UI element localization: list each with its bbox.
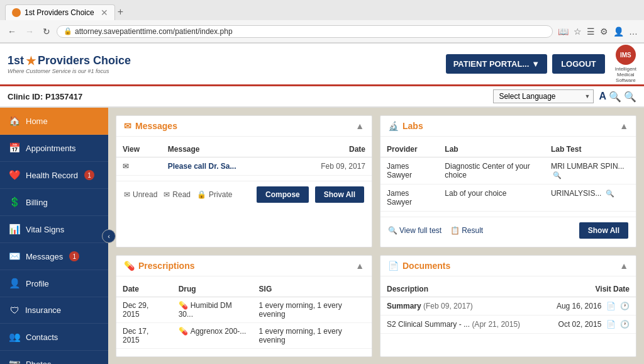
sidebar-item-health-record[interactable]: ❤️ Health Record 1 [0, 162, 108, 189]
lab-name-2: Lab of your choice [438, 185, 545, 212]
sidebar-item-home[interactable]: 🏠 Home [0, 108, 108, 135]
refresh-btn[interactable]: ↻ [40, 25, 53, 38]
new-tab-btn[interactable]: + [118, 6, 123, 18]
read-icon: ✉ [164, 190, 170, 199]
clinic-bar: Clinic ID: P1357417 Select Language Engl… [0, 86, 644, 108]
result-icon: 📋 [450, 226, 460, 235]
tab-favicon [12, 8, 21, 17]
logout-button[interactable]: LOGOUT [552, 54, 605, 74]
docs-col-visit-date: Visit Date [541, 282, 636, 297]
browser-address-bar: ← → ↻ 🔒 attorney.savepatienttime.com/pat… [0, 20, 644, 43]
profile-icon[interactable]: 👤 [612, 25, 625, 38]
labs-title-text: Labs [402, 121, 423, 131]
rx-table-header-row: Date Drug SIG [116, 282, 372, 297]
rx-col-date: Date [116, 282, 172, 297]
documents-card-collapse-btn[interactable]: ▲ [619, 261, 628, 271]
result-link[interactable]: 📋 Result [450, 226, 483, 235]
extensions-icon[interactable]: ⚙ [599, 25, 609, 38]
rx-col-sig: SIG [253, 282, 372, 297]
zoom-icon-btn[interactable]: 🔍 [624, 91, 636, 103]
clinic-id-label: Clinic ID: [8, 92, 43, 101]
patient-portal-label: PATIENT PORTAL... [453, 59, 530, 69]
more-icon[interactable]: … [628, 25, 639, 38]
doc-file-icon-2[interactable]: 📄 [606, 320, 616, 329]
rx-drug-1[interactable]: 💊Humibid DM 30... [172, 297, 253, 322]
messages-col-date: Date [285, 142, 372, 157]
messages-table-header-row: View Message Date [116, 142, 372, 157]
vital-signs-icon: 📊 [9, 224, 21, 235]
sidebar-item-vital-signs[interactable]: 📊 Vital Signs [0, 216, 108, 243]
profile-nav-icon: 👤 [9, 278, 21, 289]
prescriptions-title-text: Prescriptions [138, 261, 194, 271]
labs-card-collapse-btn[interactable]: ▲ [619, 121, 628, 131]
doc-description-2[interactable]: S2 Clinical Summary - ... (Apr 21, 2015) [380, 315, 541, 333]
compose-button[interactable]: Compose [257, 186, 309, 203]
lab-search-icon-1[interactable]: 🔍 [553, 171, 562, 179]
sidebar-item-contacts[interactable]: 👥 Contacts [0, 324, 108, 351]
sidebar: 🏠 Home 📅 Appointments ❤️ Health Record 1… [0, 108, 108, 364]
patient-portal-button[interactable]: PATIENT PORTAL... ▼ [446, 54, 547, 74]
message-text[interactable]: Please call Dr. Sa... [162, 157, 285, 176]
labs-card-header: 🔬 Labs ▲ [380, 116, 636, 137]
messages-show-all-label: Show All [324, 190, 355, 199]
doc-description-1[interactable]: Summary (Feb 09, 2017) [380, 297, 541, 315]
messages-show-all-button[interactable]: Show All [315, 186, 364, 203]
accessibility-icon-btn[interactable]: A [599, 91, 606, 102]
lab-provider-2: James Sawyer [380, 185, 438, 212]
clinic-id-value: P1357417 [45, 92, 82, 101]
insurance-icon: 🛡 [9, 305, 20, 316]
address-box[interactable]: 🔒 attorney.savepatienttime.com/patient/i… [57, 25, 553, 38]
doc-clock-icon-1[interactable]: 🕐 [620, 302, 630, 310]
labs-card-icon: 🔬 [388, 121, 399, 131]
contacts-icon: 👥 [9, 331, 21, 343]
bookmark-icon[interactable]: ☆ [572, 25, 583, 38]
rx-drug-2[interactable]: 💊Aggrenox 200-... [172, 322, 253, 348]
sidebar-item-insurance[interactable]: 🛡 Insurance [0, 297, 108, 324]
messages-col-message: Message [162, 142, 285, 157]
active-tab[interactable]: 1st Providers Choice ✕ [5, 4, 115, 20]
content-area: ✉ Messages ▲ View Message Date [108, 108, 644, 364]
sidebar-collapse-btn[interactable]: ‹ [102, 229, 116, 243]
sidebar-item-photos[interactable]: 📷 Photos [0, 351, 108, 364]
labs-footer-left: 🔍 View full test 📋 Result [388, 226, 483, 235]
forward-btn[interactable]: → [23, 25, 36, 38]
doc-file-icon-1[interactable]: 📄 [606, 302, 616, 310]
search-icon-btn[interactable]: 🔍 [609, 91, 621, 103]
view-full-label: View full test [399, 226, 441, 235]
back-btn[interactable]: ← [5, 25, 19, 38]
language-select-wrapper: Select Language English Spanish French [493, 89, 594, 103]
result-label: Result [462, 226, 483, 235]
prescriptions-card-collapse-btn[interactable]: ▲ [355, 261, 364, 271]
lab-search-icon-2[interactable]: 🔍 [606, 190, 614, 197]
messages-icon: ✉️ [9, 251, 21, 262]
clinic-right: Select Language English Spanish French A… [493, 89, 636, 103]
menu-icon[interactable]: ☰ [586, 25, 596, 38]
lab-test-2[interactable]: URINALYSIS... 🔍 [545, 185, 636, 212]
sidebar-item-profile-label: Profile [26, 279, 49, 288]
prescriptions-card-title: 💊 Prescriptions [124, 261, 194, 271]
sidebar-item-messages[interactable]: ✉️ Messages 1 [0, 243, 108, 270]
tab-close-btn[interactable]: ✕ [101, 8, 108, 18]
sidebar-item-messages-label: Messages [26, 252, 63, 261]
main-layout: 🏠 Home 📅 Appointments ❤️ Health Record 1… [0, 108, 644, 364]
labs-show-all-button[interactable]: Show All [579, 222, 628, 239]
messages-table: View Message Date ✉ Please call Dr. Sa..… [116, 142, 372, 176]
messages-card-body: View Message Date ✉ Please call Dr. Sa..… [116, 137, 372, 181]
messages-card-collapse-btn[interactable]: ▲ [355, 121, 364, 131]
labs-show-all-label: Show All [588, 226, 619, 235]
documents-card-icon: 📄 [388, 261, 399, 271]
sidebar-item-home-label: Home [26, 117, 48, 126]
health-record-badge: 1 [84, 170, 94, 180]
sidebar-item-profile[interactable]: 👤 Profile [0, 270, 108, 297]
unread-icon: ✉ [124, 190, 130, 199]
unread-label: Unread [133, 190, 157, 199]
lab-test-1[interactable]: MRI LUMBAR SPIN... 🔍 [545, 157, 636, 185]
doc-clock-icon-2[interactable]: 🕐 [620, 320, 630, 329]
header-icons: A 🔍 🔍 [599, 91, 636, 103]
view-full-test-link[interactable]: 🔍 View full test [388, 226, 441, 235]
messages-title-text: Messages [135, 121, 177, 131]
sidebar-item-billing[interactable]: 💲 Billing [0, 189, 108, 216]
reader-icon[interactable]: 📖 [557, 25, 570, 38]
sidebar-item-appointments[interactable]: 📅 Appointments [0, 135, 108, 162]
language-select[interactable]: Select Language English Spanish French [493, 89, 594, 103]
